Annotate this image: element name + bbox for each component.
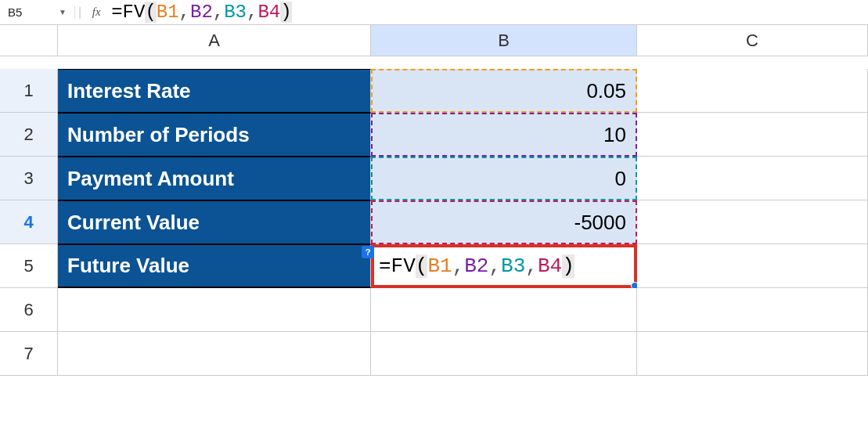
cell-value: -5000 bbox=[574, 211, 627, 235]
open-paren: ( bbox=[416, 254, 428, 278]
close-paren: ) bbox=[280, 2, 291, 23]
column-header-a[interactable]: A bbox=[58, 25, 371, 56]
cell-b7[interactable] bbox=[371, 332, 637, 376]
cell-label: Future Value bbox=[67, 254, 189, 278]
comma: , bbox=[525, 254, 538, 278]
formula-input[interactable]: =FV(B1,B2,B3,B4) bbox=[108, 2, 868, 23]
spreadsheet-grid: A B C 1 Interest Rate 0.05 2 Number of P… bbox=[0, 25, 868, 376]
cell-b6[interactable] bbox=[371, 288, 637, 332]
cell-b4[interactable]: -5000 bbox=[371, 200, 637, 244]
cell-c7[interactable] bbox=[637, 332, 868, 376]
divider-icon: | bbox=[78, 5, 81, 20]
row-header-2[interactable]: 2 bbox=[0, 113, 58, 157]
cell-value: 0.05 bbox=[586, 79, 626, 103]
row-header-5[interactable]: 5 bbox=[0, 244, 58, 288]
formula-ref-4: B4 bbox=[538, 254, 562, 278]
formula-ref-2: B2 bbox=[464, 254, 488, 278]
row-header-1[interactable]: 1 bbox=[0, 69, 58, 113]
formula-ref-2: B2 bbox=[190, 2, 213, 23]
fx-icon[interactable]: fx bbox=[85, 5, 108, 19]
cell-a2[interactable]: Number of Periods bbox=[58, 113, 371, 157]
name-box-value: B5 bbox=[8, 5, 22, 19]
cell-c2[interactable] bbox=[637, 113, 868, 157]
formula-ref-1: B1 bbox=[157, 2, 179, 23]
formula-bar: B5 ▼ | fx =FV(B1,B2,B3,B4) bbox=[0, 0, 868, 25]
comma: , bbox=[213, 2, 224, 23]
comma: , bbox=[247, 2, 258, 23]
formula-ref-3: B3 bbox=[501, 254, 525, 278]
comma: , bbox=[179, 2, 190, 23]
cell-a1[interactable]: Interest Rate bbox=[58, 69, 371, 113]
row-header-3[interactable]: 3 bbox=[0, 157, 58, 200]
cell-a5[interactable]: Future Value bbox=[58, 244, 371, 288]
cell-c5[interactable] bbox=[637, 244, 868, 288]
row-header-7[interactable]: 7 bbox=[0, 332, 58, 376]
cell-b3[interactable]: 0 bbox=[371, 157, 637, 200]
cell-a7[interactable] bbox=[58, 332, 371, 376]
cell-value: 0 bbox=[615, 167, 626, 191]
dropdown-icon[interactable]: ▼ bbox=[59, 8, 67, 16]
cell-label: Payment Amount bbox=[67, 167, 234, 191]
cell-label: Number of Periods bbox=[67, 123, 250, 147]
column-header-b[interactable]: B bbox=[371, 25, 637, 56]
formula-ref-1: B1 bbox=[427, 254, 452, 278]
formula-prefix: =FV bbox=[111, 2, 145, 23]
name-box[interactable]: B5 ▼ bbox=[0, 5, 75, 19]
formula-ref-4: B4 bbox=[258, 2, 280, 23]
cell-c6[interactable] bbox=[637, 288, 868, 332]
cell-c3[interactable] bbox=[637, 157, 868, 200]
cell-label: Interest Rate bbox=[67, 79, 191, 103]
cell-a6[interactable] bbox=[58, 288, 371, 332]
cell-a4[interactable]: Current Value bbox=[58, 200, 371, 244]
cell-c4[interactable] bbox=[637, 200, 868, 244]
formula-prefix: =FV bbox=[379, 254, 416, 278]
formula-ref-3: B3 bbox=[224, 2, 247, 23]
open-paren: ( bbox=[145, 2, 156, 23]
close-paren: ) bbox=[562, 254, 574, 278]
cell-a3[interactable]: Payment Amount bbox=[58, 157, 371, 200]
cell-label: Current Value bbox=[67, 211, 200, 235]
select-all-corner[interactable] bbox=[0, 25, 58, 56]
cell-c1[interactable] bbox=[637, 69, 868, 113]
row-header-6[interactable]: 6 bbox=[0, 288, 58, 332]
editing-formula: =FV(B1,B2,B3,B4) bbox=[379, 254, 574, 278]
comma: , bbox=[488, 254, 501, 278]
cell-b1[interactable]: 0.05 bbox=[371, 69, 637, 113]
formula-help-icon[interactable]: ? bbox=[362, 246, 374, 258]
cell-value: 10 bbox=[603, 123, 626, 147]
cell-b5-editing[interactable]: ? =FV(B1,B2,B3,B4) bbox=[371, 244, 637, 288]
row-header-4[interactable]: 4 bbox=[0, 200, 58, 244]
cell-b2[interactable]: 10 bbox=[371, 113, 637, 157]
column-header-c[interactable]: C bbox=[637, 25, 868, 56]
comma: , bbox=[452, 254, 465, 278]
